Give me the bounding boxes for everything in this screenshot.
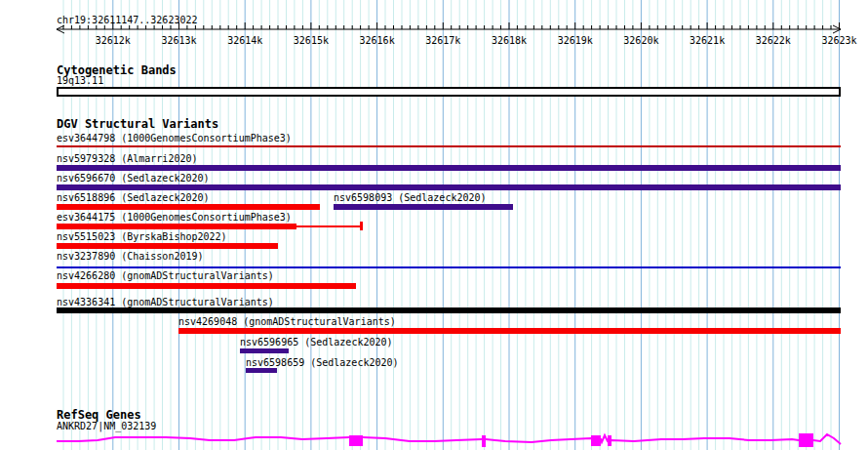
gene-model[interactable] [0,0,868,450]
genome-browser: chr19:32611147..32623022 32612k32613k326… [0,0,868,450]
